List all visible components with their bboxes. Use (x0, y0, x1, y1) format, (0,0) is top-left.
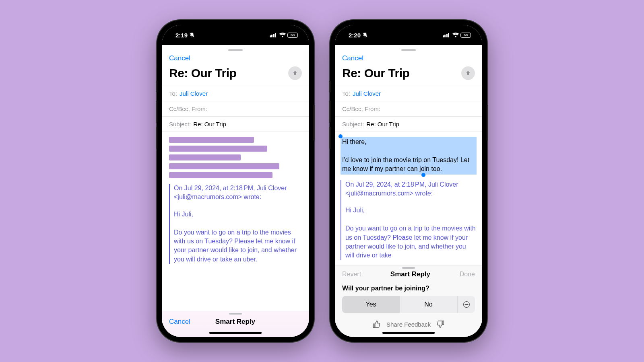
thumbs-down-icon[interactable] (436, 320, 444, 328)
compose-sheet: Cancel Re: Our Trip To: Juli Clover Cc/B… (162, 45, 309, 337)
home-indicator[interactable] (209, 332, 262, 334)
compose-sheet: Cancel Re: Our Trip To: Juli Clover Cc/B… (335, 45, 482, 337)
to-label: To: (169, 90, 177, 97)
subject-value: Re: Our Trip (193, 121, 226, 128)
right-screen: 2:20 68 Cancel Re: Our Trip (335, 25, 482, 337)
send-button[interactable] (461, 66, 475, 80)
share-feedback-button[interactable]: Share Feedback (386, 321, 431, 328)
send-button[interactable] (288, 66, 302, 80)
cc-label: Cc/Bcc, From: (169, 105, 207, 112)
arrow-up-icon (292, 70, 298, 76)
panel-grabber[interactable] (402, 267, 415, 269)
svg-point-5 (467, 304, 468, 305)
done-button[interactable]: Done (460, 271, 475, 278)
subject-label: Subject: (342, 121, 364, 128)
wifi-icon (279, 33, 286, 37)
left-phone-frame: 2:19 68 Cancel Re: Our Trip (157, 20, 314, 342)
to-value: Juli Clover (353, 90, 381, 97)
smart-reply-title: Smart Reply (215, 318, 255, 326)
svg-point-4 (466, 304, 467, 305)
status-bar: 2:19 68 (162, 25, 309, 45)
message-body[interactable]: On Jul 29, 2024, at 2:18 PM, Juli Clover… (162, 132, 309, 311)
quoted-message: On Jul 29, 2024, at 2:18 PM, Juli Clover… (169, 184, 302, 264)
ellipsis-circle-icon (463, 301, 470, 308)
quote-greeting: Hi Juli, (174, 210, 302, 219)
battery-icon: 68 (287, 33, 298, 38)
smart-reply-title: Smart Reply (390, 270, 430, 278)
silent-bell-icon (362, 32, 368, 38)
to-field[interactable]: To: Juli Clover (162, 86, 309, 101)
compose-title: Re: Our Trip (342, 66, 409, 80)
arrow-up-icon (465, 70, 471, 76)
smart-reply-placeholder (169, 137, 302, 178)
thumbs-up-icon[interactable] (373, 320, 381, 328)
cc-label: Cc/Bcc, From: (342, 105, 380, 112)
cellular-bars-icon (443, 33, 450, 37)
quote-body: Do you want to go on a trip to the movie… (174, 228, 302, 264)
compose-title: Re: Our Trip (169, 66, 236, 80)
status-bar: 2:20 68 (335, 25, 482, 45)
to-label: To: (342, 90, 350, 97)
answer-yes-button[interactable]: Yes (342, 296, 400, 313)
right-phone-frame: 2:20 68 Cancel Re: Our Trip (330, 20, 487, 342)
smart-reply-cancel-button[interactable]: Cancel (169, 318, 190, 326)
message-body[interactable]: Hi there, I'd love to join the movie tri… (335, 132, 482, 265)
more-options-button[interactable] (457, 296, 475, 313)
answer-no-button[interactable]: No (400, 296, 457, 313)
to-field[interactable]: To: Juli Clover (335, 86, 482, 101)
quote-header: On Jul 29, 2024, at 2:18 PM, Juli Clover… (174, 184, 302, 202)
svg-point-3 (465, 304, 466, 305)
bar-grabber[interactable] (229, 313, 242, 315)
left-screen: 2:19 68 Cancel Re: Our Trip (162, 25, 309, 337)
to-value: Juli Clover (180, 90, 208, 97)
subject-field[interactable]: Subject: Re: Our Trip (162, 116, 309, 132)
cc-bcc-from-field[interactable]: Cc/Bcc, From: (162, 101, 309, 116)
cancel-button[interactable]: Cancel (342, 54, 363, 62)
quote-body: Do you want to go on a trip to the movie… (345, 224, 477, 260)
generated-reply-selection[interactable]: Hi there, I'd love to join the movie tri… (341, 137, 477, 175)
home-indicator[interactable] (382, 332, 435, 334)
subject-field[interactable]: Subject: Re: Our Trip (335, 116, 482, 132)
revert-button[interactable]: Revert (342, 271, 361, 278)
selection-start-handle[interactable] (339, 134, 343, 138)
smart-reply-panel: Revert Smart Reply Done Will your partne… (335, 265, 482, 337)
cancel-button[interactable]: Cancel (169, 54, 190, 62)
reply-greeting: Hi there, (342, 138, 475, 146)
quote-greeting: Hi Juli, (345, 206, 477, 215)
cc-bcc-from-field[interactable]: Cc/Bcc, From: (335, 101, 482, 116)
cellular-bars-icon (270, 33, 277, 37)
wifi-icon (452, 33, 459, 37)
status-time: 2:20 (349, 32, 361, 39)
feedback-row: Share Feedback (342, 320, 475, 328)
silent-bell-icon (189, 32, 195, 38)
subject-value: Re: Our Trip (366, 121, 399, 128)
followup-question: Will your partner be joining? (342, 285, 475, 292)
quoted-message: On Jul 29, 2024, at 2:18 PM, Juli Clover… (341, 180, 477, 260)
battery-icon: 68 (460, 33, 471, 38)
quote-header: On Jul 29, 2024, at 2:18 PM, Juli Clover… (345, 180, 477, 198)
reply-body: I'd love to join the movie trip on Tuesd… (342, 156, 475, 174)
subject-label: Subject: (169, 121, 191, 128)
selection-end-handle[interactable] (421, 173, 425, 177)
status-time: 2:19 (175, 32, 188, 39)
